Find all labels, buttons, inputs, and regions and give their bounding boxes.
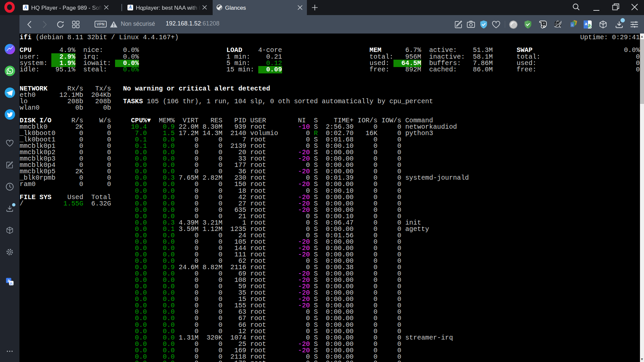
svg-text:a: a: [585, 21, 587, 26]
svg-text:あ: あ: [588, 23, 592, 28]
svg-text:あ: あ: [9, 282, 13, 285]
